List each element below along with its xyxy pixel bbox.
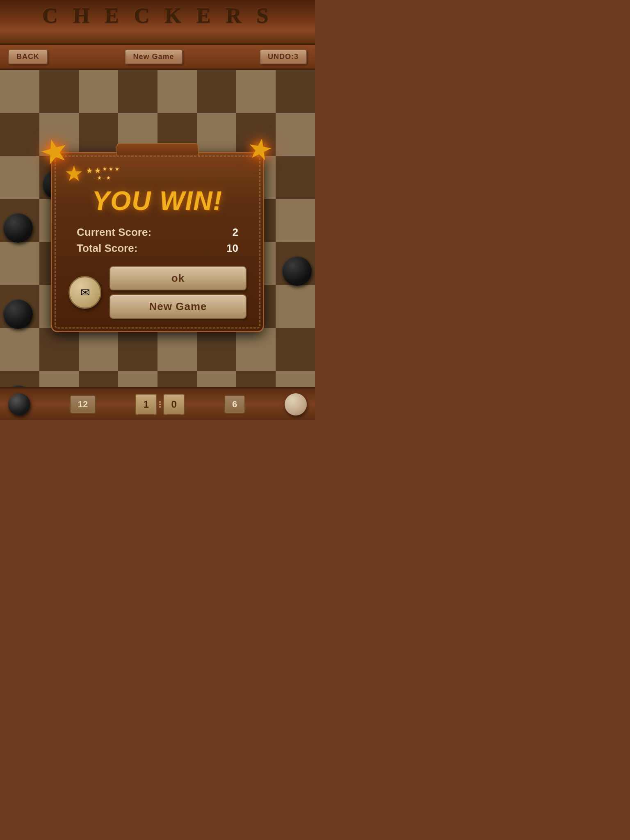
small-star-2: ★ xyxy=(94,166,101,175)
new-game-nav-button[interactable]: New Game xyxy=(125,49,182,64)
back-button[interactable]: BACK xyxy=(8,49,48,64)
stars-cluster: ★ ★ ★ ★ ★ ★ · ★ · ★ xyxy=(64,161,119,186)
small-star-5: ★ xyxy=(115,166,119,175)
light-piece-indicator xyxy=(285,393,307,415)
board-area: ★ ★ ★ ★ ★ ★ ★ ★ · ★ · xyxy=(0,70,315,414)
envelope-icon: ✉ xyxy=(80,286,90,299)
small-stars-group: ★ ★ ★ ★ ★ · ★ · ★ xyxy=(86,166,119,181)
win-modal-overlay: ★ ★ ★ ★ ★ ★ ★ ★ · ★ · xyxy=(0,70,315,414)
share-mail-button[interactable]: ✉ xyxy=(68,276,101,309)
light-score-counter: 6 xyxy=(224,395,245,414)
score-separator xyxy=(159,401,161,408)
score-right-box: 0 xyxy=(163,394,185,415)
small-star-8: · xyxy=(103,175,105,181)
current-score-label: Current Score: xyxy=(77,226,151,239)
total-score-label: Total Score: xyxy=(77,242,137,255)
undo-button[interactable]: UNDO:3 xyxy=(260,49,307,64)
nav-row: BACK New Game UNDO:3 xyxy=(0,45,315,70)
score-bar: 12 1 0 6 xyxy=(0,387,315,420)
current-score-line: Current Score: 2 xyxy=(64,224,251,240)
modal-buttons-row: ✉ ok New Game xyxy=(64,266,251,319)
small-star-4: ★ xyxy=(109,166,113,175)
modal-fold xyxy=(116,143,199,155)
score-divider: 1 0 xyxy=(135,394,185,415)
current-score-value: 2 xyxy=(233,226,238,239)
big-star-icon: ★ xyxy=(64,161,84,186)
dark-score-counter: 12 xyxy=(70,395,96,414)
star-decoration-right: ★ xyxy=(244,130,276,168)
ok-button[interactable]: ok xyxy=(110,266,247,290)
app-title: C H E C K E R S xyxy=(42,3,273,27)
small-star-9: ★ xyxy=(106,175,111,181)
dark-piece-indicator xyxy=(8,393,30,415)
total-score-value: 10 xyxy=(226,242,238,255)
you-win-text: YOU WIN! xyxy=(64,186,251,216)
modal-action-buttons: ok New Game xyxy=(110,266,247,319)
new-game-modal-button[interactable]: New Game xyxy=(110,294,247,319)
small-star-6: · xyxy=(94,175,96,181)
small-star-3: ★ xyxy=(103,166,107,175)
header: C H E C K E R S xyxy=(0,0,315,45)
win-modal-card: ★ ★ ★ ★ ★ ★ ★ ★ · ★ · xyxy=(51,152,264,332)
score-left-box: 1 xyxy=(135,394,157,415)
small-star-1: ★ xyxy=(86,166,93,175)
total-score-line: Total Score: 10 xyxy=(64,240,251,256)
small-star-7: ★ xyxy=(97,175,102,181)
